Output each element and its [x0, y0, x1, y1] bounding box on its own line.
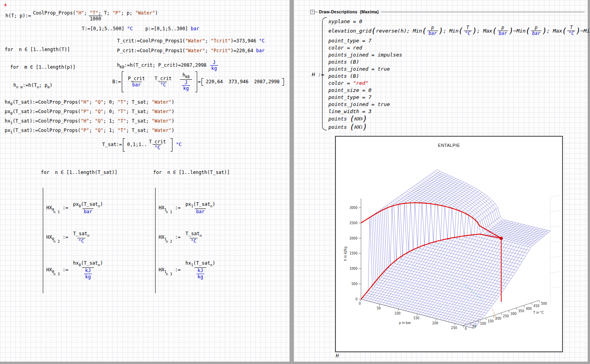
formula-T-range[interactable]: T:=[0,1;5..500] °C	[82, 26, 133, 32]
tick-label: 400	[526, 307, 531, 311]
for-line: for n ∈ [1..length(T_sat)]	[41, 170, 117, 175]
T-tick	[539, 300, 540, 302]
plot-title: ENTALPIE	[336, 143, 562, 148]
p-tick	[417, 314, 418, 316]
tick-label: 2000	[350, 237, 357, 240]
loop-row: HX0n 2 := T_satn°C	[46, 231, 117, 244]
formula-px1[interactable]: px1(T_sat):=CoolProp_Props("P"; "Q"; 1; …	[5, 128, 174, 135]
maxima-line: points (B)	[328, 59, 590, 65]
maxima-line: points_joined = true	[328, 66, 590, 72]
p-tick	[360, 299, 361, 301]
loop-row: HX1n 1 := px1(T_satn)bar	[159, 201, 230, 214]
formula-hKB[interactable]: hKB:=h(T_crit; P_crit)=2087,2998 Jkg	[117, 60, 219, 71]
fraction: T°C	[567, 25, 575, 37]
formula-p-range[interactable]: p:=[0,1;5..300] bar	[145, 26, 199, 32]
formula-hx1[interactable]: hx1(T_sat):=CoolProp_Props("H"; "Q"; 1; …	[5, 118, 174, 125]
loop-body: HX1n 1 := px1(T_satn)bar HX1n 2 := T_sat…	[155, 188, 230, 293]
mesh-line	[423, 179, 536, 243]
maxima-draw-block[interactable]: xyplane = 0 elevation_grid(reverse(h); M…	[328, 18, 590, 132]
tick-label: 2500	[350, 221, 357, 225]
fraction: T°C	[464, 25, 472, 37]
draw-descriptions-section-header: + Draw-Descriptions (Maxima)	[310, 9, 585, 14]
formula-Tcrit[interactable]: T_crit:=CoolProp_Props1("Water"; "Tcrit"…	[117, 38, 265, 44]
formula-B-matrix[interactable]: B:=P_critbar T_crit°C hKBJkg=220,64 373,…	[112, 71, 285, 92]
p-tick	[436, 319, 436, 321]
3d-plot-region[interactable]: 0500100015002000250030000501001502002500…	[335, 136, 563, 352]
maxima-line: elevation_grid(reverse(h); Min(pbar); Mi…	[328, 25, 590, 37]
fraction: pbar	[498, 25, 508, 37]
backwall-gridline	[550, 210, 561, 212]
formula-HX1-loop[interactable]: for n ∈ [1..length(T_sat)] HX1n 1 := px1…	[153, 159, 230, 304]
tick-label: 0	[355, 298, 357, 301]
T-tick	[478, 320, 479, 322]
for-body-line: hn m:=h(Tn; pm)	[13, 82, 75, 89]
tick-label: 350	[518, 309, 524, 313]
mesh-line	[419, 204, 495, 314]
p-tick	[379, 304, 380, 306]
tick-label: 50	[377, 307, 381, 310]
formula-nested-for-loop[interactable]: for n ∈ [1..length(T)] for m ∈ [1..lengt…	[5, 36, 75, 100]
worksheet-page-left[interactable]: + h(T; p):=CoolProp_Props("H"; "T"; T; "…	[0, 0, 290, 362]
y-axis-label: T in °C	[533, 311, 544, 315]
fraction: hKBJkg	[180, 72, 192, 91]
tick-label: 500	[352, 282, 357, 286]
fraction: kJkg	[196, 268, 204, 280]
mesh-line	[395, 199, 508, 284]
backwall-gridline	[550, 287, 561, 288]
maxima-line: xyplane = 0	[328, 18, 590, 24]
worksheet-page-right[interactable]: + Draw-Descriptions (Maxima) H := xyplan…	[294, 0, 588, 362]
fraction: Jkg	[210, 60, 218, 71]
fraction: T_crit°C	[154, 76, 173, 88]
x-axis-label: p in bar	[399, 321, 411, 325]
tick-label: 200	[495, 317, 501, 320]
loop-row: HX0n 3 := hx0(T_satn)kJkg	[46, 260, 117, 280]
bracket-group: 220,64 373,946 2087,2998	[202, 78, 284, 86]
maxima-line: color = "red"	[328, 80, 590, 86]
collapse-toggle-icon[interactable]: +	[310, 10, 315, 14]
smath-worksheet: + h(T; p):=CoolProp_Props("H"; "T"; T; "…	[0, 0, 590, 364]
loop-body: HX0n 1 := px0(T_satn)bar HX0n 2 := T_sat…	[43, 188, 117, 293]
formula-h-definition[interactable]: h(T; p):=CoolProp_Props("H"; "T"; T; "P"…	[5, 10, 160, 22]
tick-label: 250	[503, 315, 509, 318]
maxima-line: points (HX1)	[328, 123, 590, 131]
mesh-line	[430, 174, 543, 237]
formula-Tsat-range[interactable]: T_sat:=0,1;1..T_crit°C °C	[102, 138, 181, 152]
fraction: px0(T_satn)bar	[72, 201, 104, 214]
backwall-gridline	[550, 195, 561, 196]
fraction: pbar	[427, 25, 438, 37]
mesh-line	[374, 176, 451, 303]
backwall-gridline	[550, 241, 561, 242]
tick-label: 50	[473, 325, 476, 328]
formula-px0[interactable]: px0(T_sat):=CoolProp_Props("P"; "Q"; 0; …	[5, 109, 174, 116]
tick-label: 150	[487, 320, 493, 323]
mesh-line	[409, 194, 485, 311]
mesh-line	[425, 178, 538, 241]
tick-label: 200	[432, 322, 438, 325]
T-tick	[501, 313, 502, 315]
fraction: T_satn°C	[184, 231, 203, 244]
T-tick	[509, 311, 509, 313]
for-line: for n ∈ [1..length(T)]	[5, 47, 75, 52]
section-rule	[381, 12, 585, 12]
tick-label: 1500	[350, 252, 357, 255]
tick-label: 250	[451, 326, 457, 330]
fraction: kJkg	[84, 268, 92, 280]
big-paren	[322, 17, 327, 130]
mesh-line	[384, 207, 497, 299]
maxima-line: color = red	[328, 44, 590, 51]
tick-label: 0	[359, 302, 361, 305]
formula-HX0-loop[interactable]: for n ∈ [1..length(T_sat)] HX0n 1 := px0…	[41, 159, 117, 304]
tick-label: 0	[465, 327, 467, 331]
maxima-line: points (B)	[328, 73, 590, 79]
fraction: CoolProp_Props("H"; "T"; T; "P"; p; "Wat…	[32, 10, 159, 22]
bracket-group: 0,1;1..T_crit°C	[123, 138, 172, 152]
backwall-gridline	[550, 226, 561, 227]
p-tick	[454, 324, 455, 326]
formula-hx0[interactable]: hx0(T_sat):=CoolProp_Props("H"; "Q"; 0; …	[5, 99, 174, 106]
T-tick	[531, 303, 532, 305]
tick-label: 1000	[350, 267, 357, 271]
mesh-line	[414, 198, 490, 313]
section-dash	[315, 12, 318, 12]
fraction: px1(T_satn)bar	[184, 201, 216, 214]
formula-Pcrit[interactable]: P_crit:=CoolProp_Props1("Water"; "Pcrit"…	[117, 48, 265, 54]
